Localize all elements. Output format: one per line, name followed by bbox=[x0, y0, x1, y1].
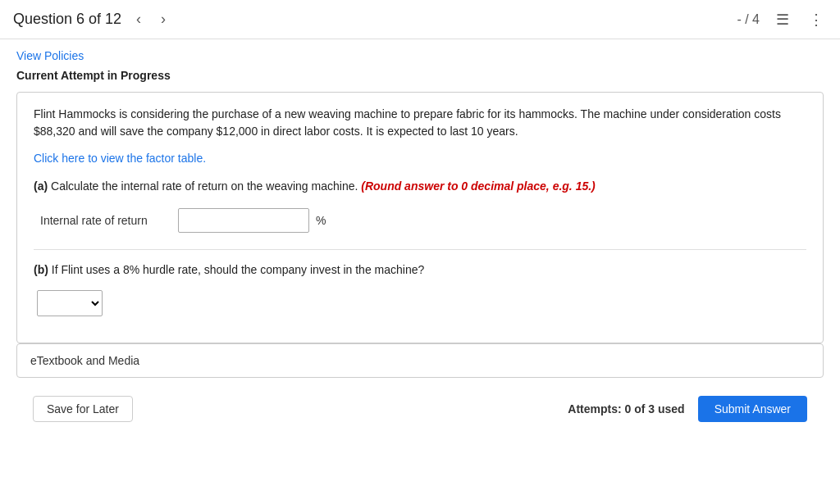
question-box: Flint Hammocks is considering the purcha… bbox=[16, 92, 824, 343]
part-b-text: If Flint uses a 8% hurdle rate, should t… bbox=[52, 263, 424, 276]
irr-label: Internal rate of return bbox=[40, 214, 171, 227]
factor-table-link[interactable]: Click here to view the factor table. bbox=[34, 152, 206, 165]
main-content: View Policies Current Attempt in Progres… bbox=[0, 39, 840, 445]
part-b-label: (b) If Flint uses a 8% hurdle rate, shou… bbox=[34, 261, 806, 279]
irr-input[interactable] bbox=[178, 208, 309, 233]
question-title: Question 6 of 12 bbox=[13, 11, 121, 28]
footer-bar: Save for Later Attempts: 0 of 3 used Sub… bbox=[16, 389, 824, 429]
footer-right: Attempts: 0 of 3 used Submit Answer bbox=[568, 396, 807, 422]
etextbook-label: eTextbook and Media bbox=[30, 354, 139, 367]
etextbook-bar: eTextbook and Media bbox=[16, 343, 824, 378]
attempt-heading: Current Attempt in Progress bbox=[16, 69, 824, 82]
percent-sign: % bbox=[316, 214, 326, 227]
round-instruction: (Round answer to 0 decimal place, e.g. 1… bbox=[361, 179, 596, 193]
part-b-bold-label: (b) bbox=[34, 263, 48, 276]
part-a-text: Calculate the internal rate of return on… bbox=[51, 179, 358, 193]
score-display: - / 4 bbox=[737, 12, 760, 27]
prev-button[interactable]: ‹ bbox=[131, 9, 146, 30]
list-icon-button[interactable]: ☰ bbox=[773, 9, 792, 30]
next-button[interactable]: › bbox=[156, 9, 171, 30]
more-options-button[interactable]: ⋮ bbox=[806, 9, 827, 30]
header-right: - / 4 ☰ ⋮ bbox=[737, 9, 827, 30]
invest-dropdown[interactable]: Yes No bbox=[37, 290, 103, 316]
header-bar: Question 6 of 12 ‹ › - / 4 ☰ ⋮ bbox=[0, 0, 840, 39]
part-a-bold-label: (a) bbox=[34, 179, 48, 193]
save-later-button[interactable]: Save for Later bbox=[33, 396, 133, 422]
irr-input-row: Internal rate of return % bbox=[40, 208, 806, 233]
view-policies-link[interactable]: View Policies bbox=[16, 49, 84, 62]
attempts-text: Attempts: 0 of 3 used bbox=[568, 402, 684, 415]
part-a-label: (a) Calculate the internal rate of retur… bbox=[34, 178, 806, 195]
header-left: Question 6 of 12 ‹ › bbox=[13, 9, 171, 30]
dropdown-wrapper: Yes No bbox=[37, 290, 806, 316]
page-wrapper: Question 6 of 12 ‹ › - / 4 ☰ ⋮ View Poli… bbox=[0, 0, 840, 504]
question-body-text: Flint Hammocks is considering the purcha… bbox=[34, 106, 806, 140]
section-divider bbox=[34, 249, 806, 250]
submit-button[interactable]: Submit Answer bbox=[698, 396, 807, 422]
